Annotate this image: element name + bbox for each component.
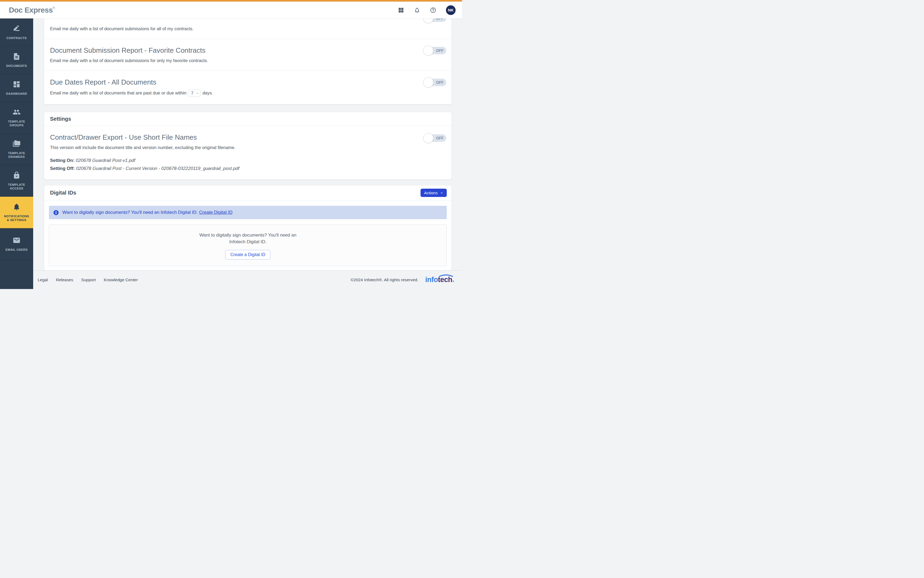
setting-examples: Setting On: 020678 Guardrail Post-v1.pdf… (50, 157, 409, 172)
setting-description: This version will include the document t… (50, 145, 409, 150)
setting-title: Contract/Drawer Export - Use Short File … (50, 133, 409, 141)
app-header: Doc Express® NK (0, 2, 462, 18)
sidebar-item-template-drawers[interactable]: TEMPLATE DRAWERS (0, 133, 33, 165)
sidebar-item-dashboard[interactable]: DASHBOARD (0, 74, 33, 102)
infotech-logo: infotech® (425, 276, 454, 284)
toggle-state-label: OFF (436, 136, 444, 140)
main-content: Email me daily with a list of document s… (33, 18, 462, 270)
header-actions: NK (398, 5, 456, 15)
settings-heading: Settings (44, 112, 452, 126)
bell-icon[interactable] (414, 7, 420, 13)
digital-ids-card: Digital IDs Actions Want to digitally si… (44, 185, 452, 270)
sidebar-item-label: DASHBOARD (6, 92, 27, 96)
page-body: CONTRACTS DOCUMENTS DASHBOARD TEMPLATE G… (0, 18, 462, 289)
people-icon (13, 108, 21, 117)
dashboard-icon (13, 80, 21, 89)
notification-reports-card: Email me daily with a list of document s… (44, 18, 452, 104)
toggle-knob[interactable] (423, 45, 433, 56)
page-footer: Legal Releases Support Knowledge Center … (33, 270, 462, 289)
toggle-knob[interactable] (423, 133, 433, 143)
footer-link-support[interactable]: Support (81, 278, 96, 282)
copyright-text: ©2024 Infotech®. All rights reserved. (351, 278, 418, 282)
toggle-knob[interactable] (423, 18, 433, 23)
report-title: Due Dates Report - All Documents (50, 78, 409, 86)
chevron-down-icon (196, 92, 199, 95)
logo-arc (438, 274, 454, 277)
edit-icon (13, 24, 21, 34)
setting-off-line: Setting Off: 020678 Guardrail Post - Cur… (50, 164, 409, 172)
sidebar-item-label: TEMPLATE GROUPS (8, 120, 25, 127)
toggle-state-label: OFF (436, 80, 444, 84)
top-accent-bar (0, 0, 462, 2)
empty-state-message: Want to digitally sign documents? You'll… (195, 232, 302, 245)
sidebar-nav: CONTRACTS DOCUMENTS DASHBOARD TEMPLATE G… (0, 18, 33, 289)
due-days-value: 7 (191, 91, 193, 96)
report-description: Email me daily with a list of document s… (50, 58, 409, 63)
help-icon[interactable] (430, 7, 436, 13)
envelope-icon (13, 236, 21, 245)
chevron-down-icon (440, 191, 443, 195)
footer-links: Legal Releases Support Knowledge Center (38, 278, 138, 282)
create-digital-id-link[interactable]: Create Digital ID (199, 210, 232, 215)
footer-right: ©2024 Infotech®. All rights reserved. in… (351, 276, 454, 284)
toggle-switch[interactable]: OFF (423, 18, 446, 23)
actions-button[interactable]: Actions (420, 188, 447, 197)
setting-row-short-file-names: Contract/Drawer Export - Use Short File … (44, 126, 452, 180)
document-icon (13, 52, 21, 62)
banner-message: Want to digitally sign documents? You'll… (62, 210, 232, 215)
report-description: Email me daily with a list of documents … (50, 89, 409, 97)
toggle-switch[interactable]: OFF (423, 77, 446, 88)
footer-link-knowledge-center[interactable]: Knowledge Center (104, 278, 138, 282)
sidebar-item-label: NOTIFICATIONS & SETTINGS (4, 214, 29, 222)
digital-id-info-banner: Want to digitally sign documents? You'll… (49, 206, 447, 219)
setting-on-line: Setting On: 020678 Guardrail Post-v1.pdf (50, 157, 409, 164)
folders-icon (13, 140, 21, 149)
create-digital-id-button[interactable]: Create a Digital ID (225, 250, 271, 260)
sidebar-item-label: TEMPLATE ACCESS (8, 183, 25, 190)
sidebar-item-label: DOCUMENTS (6, 64, 27, 68)
info-icon (53, 210, 59, 216)
digital-id-empty-state: Want to digitally sign documents? You'll… (49, 224, 447, 266)
apps-grid-icon[interactable] (398, 7, 404, 13)
sidebar-item-documents[interactable]: DOCUMENTS (0, 46, 33, 74)
sidebar-item-notifications-settings[interactable]: NOTIFICATIONS & SETTINGS (0, 196, 33, 228)
digital-ids-heading: Digital IDs (50, 190, 76, 196)
doc-express-logo: Doc Express® (9, 6, 55, 15)
sidebar-item-label: EMAIL USERS (6, 248, 28, 252)
footer-link-releases[interactable]: Releases (56, 278, 73, 282)
content-column: Email me daily with a list of document s… (33, 18, 462, 289)
report-title: Document Submission Report - Favorite Co… (50, 46, 409, 55)
toggle-knob[interactable] (423, 77, 433, 88)
registered-mark: ® (53, 6, 55, 9)
due-days-select[interactable]: 7 (188, 89, 201, 97)
sidebar-item-label: TEMPLATE DRAWERS (8, 151, 25, 159)
lock-icon (13, 171, 21, 180)
toggle-switch[interactable]: OFF (423, 133, 446, 143)
report-row-all-contracts: Email me daily with a list of document s… (44, 18, 452, 39)
bell-icon (13, 203, 21, 212)
sidebar-item-template-groups[interactable]: TEMPLATE GROUPS (0, 102, 33, 133)
sidebar-item-email-users[interactable]: EMAIL USERS (0, 228, 33, 260)
toggle-switch[interactable]: OFF (423, 45, 446, 56)
toggle-state-label: OFF (436, 18, 444, 20)
toggle-state-label: OFF (436, 49, 444, 53)
settings-card: Settings Contract/Drawer Export - Use Sh… (44, 112, 452, 180)
sidebar-item-template-access[interactable]: TEMPLATE ACCESS (0, 165, 33, 196)
footer-link-legal[interactable]: Legal (38, 278, 48, 282)
user-avatar[interactable]: NK (446, 5, 456, 15)
report-row-favorite-contracts: Document Submission Report - Favorite Co… (44, 39, 452, 71)
sidebar-item-contracts[interactable]: CONTRACTS (0, 18, 33, 46)
sidebar-item-label: CONTRACTS (6, 36, 27, 40)
report-description: Email me daily with a list of document s… (50, 26, 409, 31)
report-row-due-dates: Due Dates Report - All Documents Email m… (44, 71, 452, 104)
